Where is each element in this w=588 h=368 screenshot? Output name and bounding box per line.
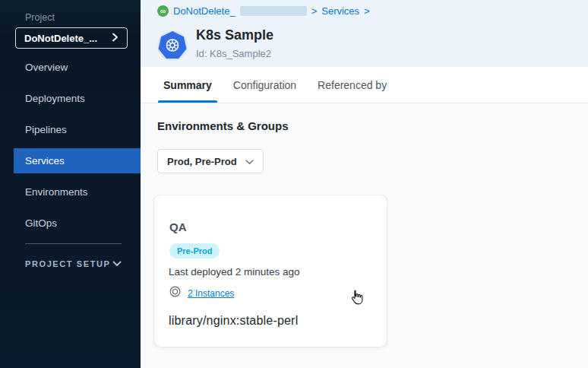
breadcrumb: ∞ DoNotDelete_ > Services > (157, 5, 370, 17)
tab-bar: Summary Configuration Referenced by (141, 67, 588, 103)
sidebar-item-label: GitOps (25, 217, 57, 229)
tab-label: Referenced by (318, 79, 387, 91)
sidebar-item-overview[interactable]: Overview (0, 55, 141, 80)
project-selector[interactable]: DoNotDelete_... (15, 27, 128, 49)
sidebar-item-environments[interactable]: Environments (0, 179, 141, 205)
breadcrumb-project-link[interactable]: DoNotDelete_ (173, 5, 236, 17)
environment-filter-value: Prod, Pre-Prod (167, 156, 237, 167)
environment-card: QA Pre-Prod Last deployed 2 minutes ago … (154, 195, 387, 347)
kubernetes-logo-icon (157, 30, 188, 61)
breadcrumb-separator: > (364, 5, 370, 17)
sidebar-divider (25, 243, 122, 244)
sidebar-item-gitops[interactable]: GitOps (0, 211, 141, 236)
instances-link[interactable]: 2 Instances (188, 288, 234, 299)
artifact-name: library/nginx:stable-perl (169, 314, 298, 328)
last-deployed-text: Last deployed 2 minutes ago (169, 266, 300, 278)
breadcrumb-services-link[interactable]: Services (321, 5, 359, 17)
sidebar-item-label: Pipelines (25, 124, 67, 135)
chevron-right-icon (112, 33, 119, 44)
tab-configuration[interactable]: Configuration (228, 67, 302, 103)
service-id: Id: K8s_Sample2 (196, 48, 271, 59)
environment-filter-dropdown[interactable]: Prod, Pre-Prod (157, 149, 264, 173)
sidebar-item-deployments[interactable]: Deployments (0, 86, 141, 111)
app-window: Project DoNotDelete_... Overview Deploym… (0, 0, 588, 368)
tab-summary[interactable]: Summary (158, 67, 217, 103)
instances-icon (169, 286, 181, 300)
sidebar-item-label: Environments (25, 186, 88, 198)
section-title: Environments & Groups (157, 119, 289, 132)
environment-name: QA (169, 220, 187, 233)
chevron-down-icon (245, 156, 254, 167)
redacted-text (240, 6, 307, 16)
sidebar-item-label: Services (25, 155, 65, 167)
main-panel: ∞ DoNotDelete_ > Services > (141, 0, 588, 368)
breadcrumb-separator: > (311, 5, 318, 17)
project-label: Project (25, 12, 141, 23)
project-setup-toggle[interactable]: PROJECT SETUP (25, 259, 122, 268)
sidebar-item-pipelines[interactable]: Pipelines (0, 117, 141, 142)
sidebar-item-services[interactable]: Services (14, 148, 141, 173)
tab-label: Summary (163, 79, 212, 91)
cd-module-icon: ∞ (157, 5, 169, 17)
tab-referenced-by[interactable]: Referenced by (312, 67, 392, 103)
page-header: ∞ DoNotDelete_ > Services > (141, 0, 588, 67)
env-type-badge: Pre-Prod (169, 243, 220, 259)
instances-row: 2 Instances (169, 286, 234, 300)
tab-label: Configuration (233, 79, 296, 91)
chevron-down-icon (112, 259, 122, 268)
page-title: K8s Sample (196, 27, 273, 43)
project-setup-label: PROJECT SETUP (25, 259, 111, 268)
sidebar: Project DoNotDelete_... Overview Deploym… (0, 0, 141, 368)
sidebar-nav: Overview Deployments Pipelines Services … (0, 55, 141, 236)
project-selector-value: DoNotDelete_... (24, 33, 97, 44)
sidebar-item-label: Deployments (25, 93, 85, 104)
sidebar-item-label: Overview (25, 62, 68, 73)
